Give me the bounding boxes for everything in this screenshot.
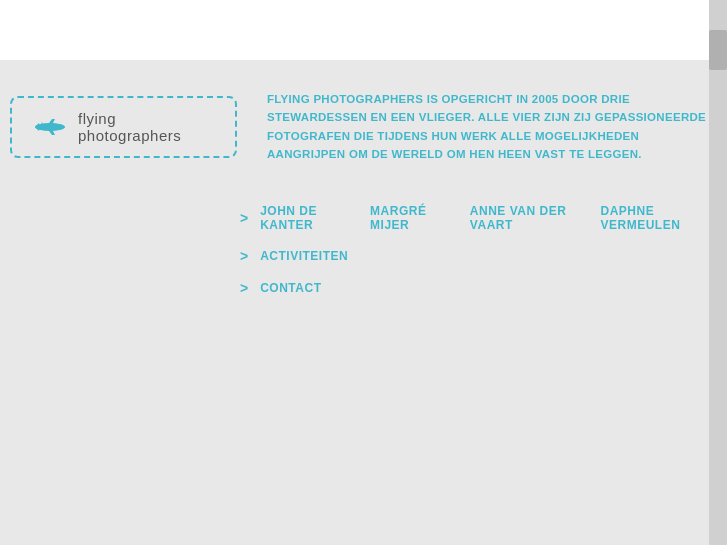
logo-box[interactable]: flying photographers bbox=[10, 96, 237, 158]
nav-row-activiteiten: > ACTIVITEITEN bbox=[240, 248, 727, 264]
airplane-icon bbox=[32, 116, 68, 138]
top-bar bbox=[0, 0, 727, 60]
nav-row-team: > JOHN DE KANTER MARGRÉ MIJER ANNE VAN D… bbox=[240, 204, 727, 232]
nav-item-activiteiten[interactable]: ACTIVITEITEN bbox=[260, 249, 348, 263]
scrollbar-thumb[interactable] bbox=[709, 30, 727, 70]
description-text: FLYING PHOTOGRAPHERS IS OPGERICHT IN 200… bbox=[267, 90, 707, 164]
header-section: flying photographers FLYING PHOTOGRAPHER… bbox=[0, 60, 727, 184]
nav-row-contact: > CONTACT bbox=[240, 280, 727, 296]
nav-arrow-3: > bbox=[240, 280, 248, 296]
nav-item-anne[interactable]: ANNE VAN DER VAART bbox=[470, 204, 571, 232]
main-content: flying photographers FLYING PHOTOGRAPHER… bbox=[0, 60, 727, 545]
nav-item-margre[interactable]: MARGRÉ MIJER bbox=[370, 204, 440, 232]
nav-item-john[interactable]: JOHN DE KANTER bbox=[260, 204, 340, 232]
nav-arrow-2: > bbox=[240, 248, 248, 264]
nav-section: > JOHN DE KANTER MARGRÉ MIJER ANNE VAN D… bbox=[0, 204, 727, 296]
nav-arrow-1: > bbox=[240, 210, 248, 226]
nav-item-daphne[interactable]: DAPHNE VERMEULEN bbox=[601, 204, 698, 232]
logo-text: flying photographers bbox=[78, 110, 215, 144]
scrollbar[interactable] bbox=[709, 0, 727, 545]
nav-item-contact[interactable]: CONTACT bbox=[260, 281, 321, 295]
